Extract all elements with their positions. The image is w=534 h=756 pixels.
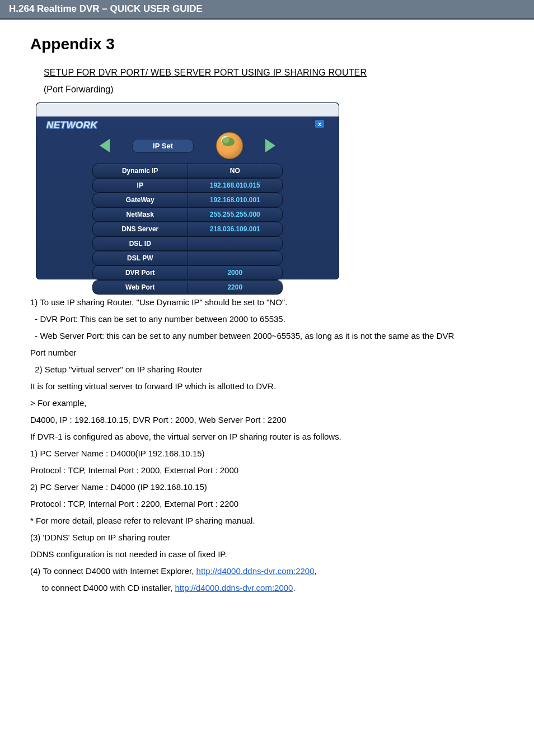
body-line: It is for setting virtual server to forw… <box>30 378 504 395</box>
body-line: to connect D4000 with CD installer, http… <box>30 580 504 596</box>
setting-label: Web Port <box>92 280 188 295</box>
setting-row: DNS Server218.036.109.001 <box>92 222 283 236</box>
setting-value[interactable]: 2000 <box>188 265 283 280</box>
setting-label: NetMask <box>92 207 188 222</box>
body-line: (4) To connect D4000 with Internet Explo… <box>30 563 504 580</box>
network-title: NETWORK <box>36 116 339 131</box>
body-line: * For more detail, please refer to relev… <box>30 512 504 529</box>
body-line: 1) To use IP sharing Router, "Use Dynami… <box>30 294 504 311</box>
setting-value[interactable]: 255.255.255.000 <box>188 207 283 222</box>
section-subtitle-2: (Port Forwarding) <box>44 85 504 95</box>
network-dialog: NETWORK x IP Set Dynamic IPNO IP192.168.… <box>36 102 339 279</box>
body-line: 2) PC Server Name : D4000 (IP 192.168.10… <box>30 479 504 496</box>
body-text-fragment: , <box>315 566 317 576</box>
setting-value[interactable] <box>188 251 283 265</box>
header-title: H.264 Realtime DVR – QUICK USER GUIDE <box>9 3 203 14</box>
setting-row: GateWay192.168.010.001 <box>92 193 283 207</box>
body-text-fragment: (4) To connect D4000 with Internet Explo… <box>30 566 196 576</box>
body-line: If DVR-1 is configured as above, the vir… <box>30 428 504 445</box>
body-line: (3) 'DDNS' Setup on IP sharing router <box>30 529 504 546</box>
ipset-section-label: IP Set <box>132 139 194 153</box>
setting-value[interactable]: 218.036.109.001 <box>188 222 283 236</box>
page-title: Appendix 3 <box>30 35 504 53</box>
setting-value[interactable]: 2200 <box>188 280 283 295</box>
setting-label: IP <box>92 178 188 193</box>
setting-row: Web Port2200 <box>92 280 283 295</box>
body-text-fragment: . <box>293 583 295 592</box>
body-line: DDNS configuration is not needed in case… <box>30 546 504 563</box>
page-body: Appendix 3 SETUP FOR DVR PORT/ WEB SERVE… <box>0 20 534 619</box>
body-line: Protocol : TCP, Internal Port : 2200, Ex… <box>30 496 504 512</box>
setting-row: DSL PW <box>92 251 283 265</box>
setting-label: Dynamic IP <box>92 164 188 178</box>
page-header: H.264 Realtime DVR – QUICK USER GUIDE <box>0 0 534 20</box>
arrow-left-icon[interactable] <box>100 139 110 152</box>
setting-row: DVR Port2000 <box>92 265 283 280</box>
setting-row: NetMask255.255.255.000 <box>92 207 283 222</box>
globe-icon <box>216 132 243 159</box>
setting-label: DVR Port <box>92 265 188 280</box>
body-line: 1) PC Server Name : D4000(IP 192.168.10.… <box>30 445 504 462</box>
setting-label: GateWay <box>92 193 188 207</box>
setting-label: DSL PW <box>92 251 188 265</box>
body-line: Port number <box>30 344 504 361</box>
body-line: > For example, <box>30 395 504 412</box>
network-dialog-header <box>36 103 339 116</box>
setting-value[interactable]: 192.168.010.001 <box>188 193 283 207</box>
setting-row: IP192.168.010.015 <box>92 178 283 193</box>
setting-label: DSL ID <box>92 236 188 251</box>
setting-value[interactable]: 192.168.010.015 <box>188 178 283 193</box>
setting-row: Dynamic IPNO <box>92 164 283 178</box>
setting-value[interactable]: NO <box>188 164 283 178</box>
ipset-nav-row: IP Set <box>36 132 339 159</box>
body-line: Protocol : TCP, Internal Port : 2000, Ex… <box>30 462 504 479</box>
arrow-right-icon[interactable] <box>265 139 275 152</box>
setting-value[interactable] <box>188 236 283 251</box>
body-line: - Web Server Port: this can be set to an… <box>30 328 504 344</box>
setting-label: DNS Server <box>92 222 188 236</box>
body-line: - DVR Port: This can be set to any numbe… <box>30 311 504 328</box>
setting-row: DSL ID <box>92 236 283 251</box>
network-settings-grid: Dynamic IPNO IP192.168.010.015 GateWay19… <box>92 164 283 295</box>
body-line: 2) Setup "virtual server" on IP sharing … <box>30 361 504 378</box>
body-line: D4000, IP : 192.168.10.15, DVR Port : 20… <box>30 412 504 428</box>
ddns-link-2000[interactable]: http://d4000.ddns-dvr.com:2000 <box>175 583 293 592</box>
ddns-link-2200[interactable]: http://d4000.ddns-dvr.com:2200 <box>196 566 315 576</box>
body-text-fragment: to connect D4000 with CD installer, <box>30 583 175 592</box>
section-subtitle: SETUP FOR DVR PORT/ WEB SERVER PORT USIN… <box>44 68 504 78</box>
close-button[interactable]: x <box>315 120 324 128</box>
body-text: 1) To use IP sharing Router, "Use Dynami… <box>30 294 504 596</box>
